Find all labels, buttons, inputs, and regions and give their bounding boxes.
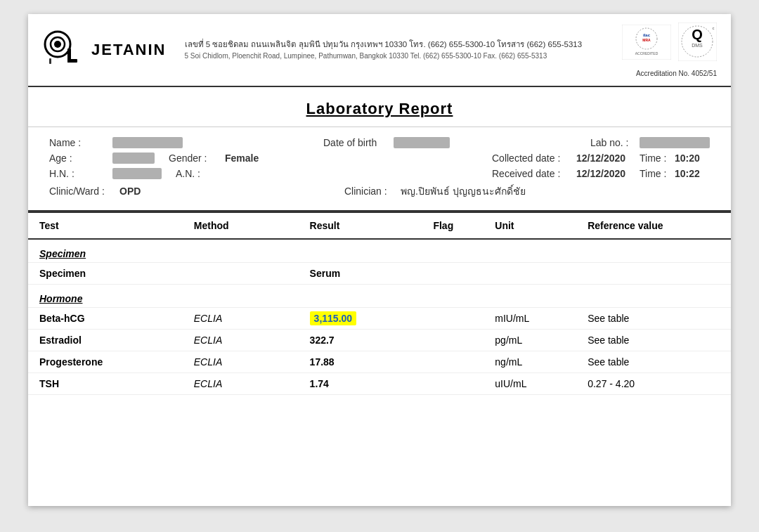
test-method: ECLIA	[183, 330, 299, 351]
section-name: Specimen	[28, 239, 731, 263]
hn-value	[112, 168, 162, 179]
table-section-header: Hormone	[28, 285, 731, 308]
table-section: Test Method Result Flag Unit Reference v…	[28, 212, 731, 395]
svg-point-2	[54, 41, 61, 48]
test-method: ECLIA	[183, 373, 299, 395]
labno-label: Lab no. :	[590, 137, 640, 148]
test-ref	[576, 263, 731, 285]
address-english: 5 Soi Chidlom, Ploenchit Road, Lumpinee,…	[185, 51, 611, 62]
received-value: 12/12/2020	[576, 168, 640, 179]
col-result: Result	[299, 212, 422, 239]
patient-row-clinic: Clinic/Ward : OPD Clinician : พญ.ปิยพันธ…	[49, 183, 710, 199]
logo-area: JETANIN	[42, 29, 167, 71]
test-method	[183, 263, 299, 285]
table-row: SpecimenSerum	[28, 263, 731, 285]
patient-info: Name : Date of birth Lab no. : Age : Gen…	[28, 127, 731, 212]
received-time-value: 10:22	[675, 168, 710, 179]
table-row: ProgesteroneECLIA17.88ng/mLSee table	[28, 351, 731, 373]
col-unit: Unit	[484, 212, 576, 239]
q-dms-badge: Q DMS c	[678, 22, 717, 61]
clinician-value: พญ.ปิยพันธ์ ปุญญธนะศักดิ์ชัย	[401, 183, 541, 199]
svg-text:ACCREDITED: ACCREDITED	[635, 51, 659, 56]
patient-row-hn: H.N. : A.N. : Received date : 12/12/2020…	[49, 168, 710, 179]
table-row: EstradiolECLIA322.7pg/mLSee table	[28, 330, 731, 351]
received-label: Received date :	[492, 168, 576, 179]
test-name: TSH	[28, 373, 183, 395]
section-name: Hormone	[28, 285, 731, 308]
test-unit: mIU/mL	[484, 308, 576, 330]
svg-rect-5	[49, 58, 51, 64]
clinician-label: Clinician :	[344, 186, 401, 197]
gender-value: Female	[225, 153, 281, 164]
an-label: A.N. :	[176, 168, 232, 179]
address-thai: เลขที่ 5 ซอยชิดลม ถนนเพลินจิต ลุมพินี ปท…	[185, 38, 611, 51]
col-ref: Reference value	[576, 212, 731, 239]
header: JETANIN เลขที่ 5 ซอยชิดลม ถนนเพลินจิต ลุ…	[28, 14, 731, 87]
test-unit: uIU/mL	[484, 373, 576, 395]
age-value	[112, 153, 155, 164]
test-flag	[422, 330, 484, 351]
test-flag	[422, 263, 484, 285]
name-label: Name :	[49, 137, 112, 148]
report-title: Laboratory Report	[306, 100, 453, 117]
patient-row-age: Age : Gender : Female Collected date : 1…	[49, 153, 710, 164]
col-flag: Flag	[422, 212, 484, 239]
age-label: Age :	[49, 153, 112, 164]
test-name: Progesterone	[28, 351, 183, 373]
dob-label: Date of birth	[323, 137, 394, 148]
clinic-label: Clinic/Ward :	[49, 186, 119, 197]
col-test: Test	[28, 212, 183, 239]
test-ref: 0.27 - 4.20	[576, 373, 731, 395]
collected-time-value: 10:20	[675, 153, 710, 164]
test-unit	[484, 263, 576, 285]
gender-label: Gender :	[169, 153, 225, 164]
page: JETANIN เลขที่ 5 ซอยชิดลม ถนนเพลินจิต ลุ…	[28, 14, 731, 506]
address-area: เลขที่ 5 ซอยชิดลม ถนนเพลินจิต ลุมพินี ปท…	[178, 38, 611, 62]
test-result: Serum	[299, 263, 422, 285]
cert-row: ilac MRA ACCREDITED Q DMS c	[622, 22, 717, 61]
hn-label: H.N. :	[49, 168, 112, 179]
col-method: Method	[183, 212, 299, 239]
accreditation-text: Accreditation No. 4052/51	[636, 70, 717, 77]
labno-value	[640, 137, 710, 148]
test-result: 3,115.00	[299, 308, 422, 330]
name-value	[112, 137, 183, 148]
cert-logos: ilac MRA ACCREDITED Q DMS c Accreditatio…	[622, 22, 717, 77]
test-method: ECLIA	[183, 351, 299, 373]
collected-time-label: Time :	[640, 153, 675, 164]
test-flag	[422, 308, 484, 330]
svg-text:Q: Q	[692, 27, 703, 42]
patient-row-name: Name : Date of birth Lab no. :	[49, 137, 710, 148]
test-name: Estradiol	[28, 330, 183, 351]
test-flag	[422, 373, 484, 395]
jetanin-logo-icon	[42, 29, 84, 71]
test-result: 1.74	[299, 373, 422, 395]
collected-label: Collected date :	[492, 153, 576, 164]
clinic-value: OPD	[119, 186, 176, 197]
svg-text:MRA: MRA	[642, 38, 651, 42]
test-result: 322.7	[299, 330, 422, 351]
test-unit: ng/mL	[484, 351, 576, 373]
test-ref: See table	[576, 308, 731, 330]
collected-value: 12/12/2020	[576, 153, 640, 164]
svg-text:DMS: DMS	[692, 43, 703, 48]
test-method: ECLIA	[183, 308, 299, 330]
table-row: TSHECLIA1.74uIU/mL0.27 - 4.20	[28, 373, 731, 395]
logo-text: JETANIN	[91, 41, 167, 59]
lab-table: Test Method Result Flag Unit Reference v…	[28, 212, 731, 395]
test-unit: pg/mL	[484, 330, 576, 351]
test-result: 17.88	[299, 351, 422, 373]
svg-text:c: c	[713, 26, 715, 30]
table-header-row: Test Method Result Flag Unit Reference v…	[28, 212, 731, 239]
svg-rect-4	[67, 59, 77, 63]
test-flag	[422, 351, 484, 373]
table-section-header: Specimen	[28, 239, 731, 263]
test-ref: See table	[576, 330, 731, 351]
svg-text:ilac: ilac	[643, 33, 651, 37]
report-title-section: Laboratory Report	[28, 87, 731, 127]
ilac-mra-badge: ilac MRA ACCREDITED	[622, 25, 671, 60]
test-name: Specimen	[28, 263, 183, 285]
test-ref: See table	[576, 351, 731, 373]
table-row: Beta-hCGECLIA3,115.00mIU/mLSee table	[28, 308, 731, 330]
dob-value	[394, 137, 450, 148]
